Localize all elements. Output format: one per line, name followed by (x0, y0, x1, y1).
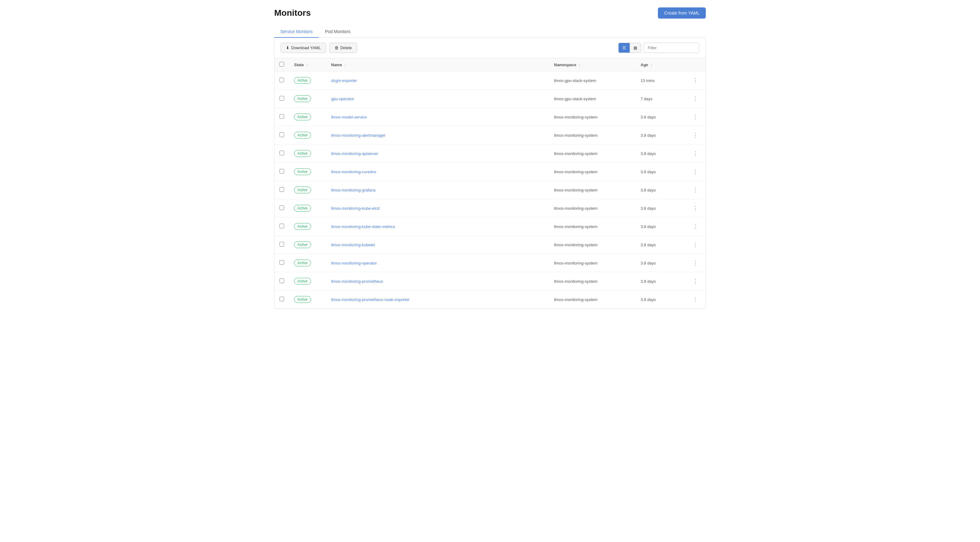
row-name-link[interactable]: llmos-model-service (331, 115, 367, 120)
status-badge: Active (294, 260, 311, 266)
table-row: Active llmos-monitoring-alertmanager llm… (275, 126, 705, 145)
status-badge: Active (294, 205, 311, 212)
select-all-checkbox[interactable] (280, 62, 284, 67)
table-row: Active llmos-monitoring-prometheus-node-… (275, 290, 705, 309)
row-actions-button[interactable]: ⋮ (690, 94, 700, 103)
create-yaml-button[interactable]: Create from YAML (658, 8, 706, 19)
row-actions-button[interactable]: ⋮ (690, 258, 700, 268)
row-checkbox[interactable] (280, 132, 284, 137)
status-badge: Active (294, 278, 311, 285)
table-row: Active llmos-monitoring-kube-etcd llmos-… (275, 199, 705, 217)
row-actions-button[interactable]: ⋮ (690, 204, 700, 213)
grid-view-button[interactable]: ▦ (630, 43, 641, 53)
row-actions-button[interactable]: ⋮ (690, 240, 700, 249)
row-actions-button[interactable]: ⋮ (690, 149, 700, 158)
tabs-container: Service Monitors Pod Monitors (274, 26, 706, 38)
row-state-cell: Active (289, 254, 326, 272)
row-actions-button[interactable]: ⋮ (690, 185, 700, 194)
row-checkbox[interactable] (280, 114, 284, 119)
delete-button[interactable]: Delete (329, 43, 357, 53)
row-actions-cell: ⋮ (685, 236, 705, 254)
table-header-row: State ↕ Name ↓ Namespace ↕ Age ↕ (275, 58, 705, 72)
download-yaml-label: Download YAML (291, 45, 321, 50)
row-namespace-text: llmos-monitoring-system (554, 261, 598, 265)
table-row: Active llmos-monitoring-prometheus llmos… (275, 272, 705, 290)
status-badge: Active (294, 132, 311, 139)
row-checkbox-cell (275, 272, 289, 290)
row-state-cell: Active (289, 108, 326, 126)
row-age-text: 3.8 days (641, 206, 656, 211)
row-actions-cell: ⋮ (685, 254, 705, 272)
row-name-link[interactable]: llmos-monitoring-kube-etcd (331, 206, 380, 211)
row-checkbox[interactable] (280, 78, 284, 82)
row-checkbox-cell (275, 72, 289, 90)
row-namespace-cell: llmos-monitoring-system (549, 181, 636, 199)
row-name-link[interactable]: llmos-monitoring-prometheus-node-exporte… (331, 297, 410, 302)
tab-service-monitors[interactable]: Service Monitors (274, 26, 319, 38)
filter-input[interactable] (644, 43, 699, 53)
download-icon (286, 45, 290, 50)
actions-col-header (685, 58, 705, 72)
row-actions-button[interactable]: ⋮ (690, 167, 700, 176)
monitors-table: State ↕ Name ↓ Namespace ↕ Age ↕ (275, 58, 705, 309)
row-state-cell: Active (289, 217, 326, 236)
row-checkbox[interactable] (280, 279, 284, 283)
row-name-link[interactable]: llmos-monitoring-prometheus (331, 279, 383, 284)
row-actions-cell: ⋮ (685, 181, 705, 199)
table-header: State ↕ Name ↓ Namespace ↕ Age ↕ (275, 58, 705, 72)
row-name-link[interactable]: llmos-monitoring-grafana (331, 188, 375, 193)
state-col-header[interactable]: State ↕ (289, 58, 326, 72)
row-age-cell: 3.8 days (636, 108, 685, 126)
row-name-cell: llmos-model-service (326, 108, 549, 126)
row-actions-button[interactable]: ⋮ (690, 76, 700, 85)
table-row: Active gpu-operator llmos-gpu-stack-syst… (275, 90, 705, 108)
row-name-link[interactable]: llmos-monitoring-kubelet (331, 242, 375, 247)
row-name-cell: llmos-monitoring-kube-etcd (326, 199, 549, 217)
row-name-link[interactable]: llmos-monitoring-apiserver (331, 151, 379, 156)
row-age-text: 3.8 days (641, 115, 656, 120)
row-state-cell: Active (289, 145, 326, 163)
download-yaml-button[interactable]: Download YAML (281, 43, 326, 53)
row-actions-button[interactable]: ⋮ (690, 131, 700, 140)
row-actions-button[interactable]: ⋮ (690, 112, 700, 121)
row-checkbox[interactable] (280, 242, 284, 247)
row-name-cell: llmos-monitoring-kubelet (326, 236, 549, 254)
list-view-button[interactable]: ☰ (619, 43, 630, 53)
row-state-cell: Active (289, 126, 326, 145)
row-checkbox[interactable] (280, 206, 284, 210)
row-checkbox[interactable] (280, 151, 284, 155)
row-age-cell: 3.8 days (636, 254, 685, 272)
row-age-cell: 13 mins (636, 72, 685, 90)
row-age-text: 3.8 days (641, 297, 656, 302)
row-actions-button[interactable]: ⋮ (690, 222, 700, 231)
row-checkbox[interactable] (280, 297, 284, 301)
row-checkbox[interactable] (280, 224, 284, 228)
row-name-link[interactable]: llmos-monitoring-kube-state-metrics (331, 224, 395, 229)
row-name-link[interactable]: llmos-monitoring-coredns (331, 169, 376, 174)
row-name-link[interactable]: llmos-monitoring-operator (331, 261, 377, 265)
row-namespace-cell: llmos-monitoring-system (549, 236, 636, 254)
row-name-link[interactable]: dcgm-exporter (331, 78, 357, 83)
status-badge: Active (294, 150, 311, 157)
row-name-link[interactable]: gpu-operator (331, 97, 354, 101)
row-state-cell: Active (289, 199, 326, 217)
list-view-icon: ☰ (622, 45, 626, 50)
row-checkbox[interactable] (280, 187, 284, 192)
namespace-sort-icon: ↕ (579, 63, 581, 67)
row-actions-button[interactable]: ⋮ (690, 277, 700, 286)
tab-pod-monitors[interactable]: Pod Monitors (319, 26, 356, 38)
table-row: Active llmos-monitoring-kube-state-metri… (275, 217, 705, 236)
row-checkbox[interactable] (280, 260, 284, 265)
row-namespace-text: llmos-gpu-stack-system (554, 97, 597, 101)
row-checkbox[interactable] (280, 96, 284, 100)
row-age-cell: 3.8 days (636, 126, 685, 145)
row-checkbox[interactable] (280, 169, 284, 174)
row-state-cell: Active (289, 236, 326, 254)
age-col-header[interactable]: Age ↕ (636, 58, 685, 72)
row-actions-button[interactable]: ⋮ (690, 295, 700, 304)
namespace-col-header[interactable]: Namespace ↕ (549, 58, 636, 72)
name-sort-icon: ↓ (344, 63, 346, 67)
name-col-header[interactable]: Name ↓ (326, 58, 549, 72)
row-name-link[interactable]: llmos-monitoring-alertmanager (331, 133, 385, 138)
row-namespace-cell: llmos-monitoring-system (549, 108, 636, 126)
